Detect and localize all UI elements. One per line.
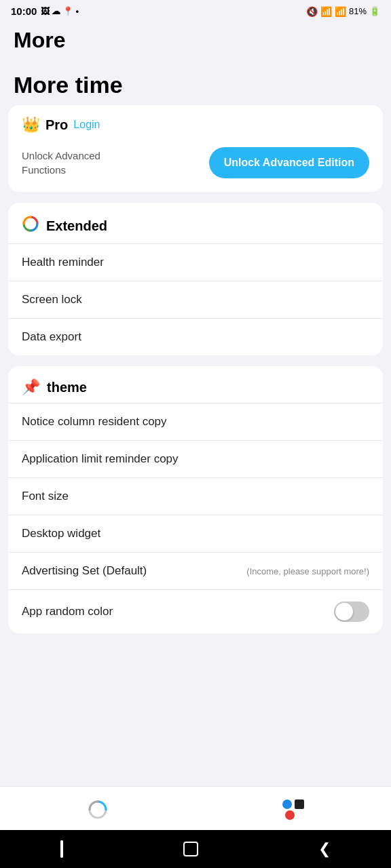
mute-icon: 🔇 bbox=[306, 6, 318, 17]
home-square-icon bbox=[183, 842, 198, 856]
pro-header: 👑 Pro Login bbox=[8, 105, 383, 142]
stats-nav-icon[interactable] bbox=[83, 795, 113, 825]
desktop-widget-label: Desktop widget bbox=[22, 527, 100, 540]
extended-card: Extended Health reminder Screen lock Dat… bbox=[8, 203, 383, 355]
unlock-advanced-button[interactable]: Unlock Advanced Edition bbox=[209, 147, 369, 178]
data-export-label: Data export bbox=[22, 330, 81, 344]
nav-recent-button[interactable] bbox=[60, 840, 63, 858]
screen-lock-item[interactable]: Screen lock bbox=[8, 281, 383, 318]
font-size-label: Font size bbox=[22, 490, 69, 503]
font-size-item[interactable]: Font size bbox=[8, 477, 383, 515]
back-chevron-icon: ❮ bbox=[318, 840, 331, 857]
nav-back-button[interactable]: ❮ bbox=[318, 840, 331, 858]
theme-icon: 📌 bbox=[22, 378, 40, 396]
theme-section-label: 📌 theme bbox=[8, 366, 383, 403]
status-bar: 10:00 🖼☁📍• 🔇 📶 📶 81% 🔋 bbox=[0, 0, 391, 20]
crown-icon: 👑 bbox=[22, 116, 40, 134]
extended-icon bbox=[22, 215, 39, 237]
screen-lock-label: Screen lock bbox=[22, 293, 82, 307]
status-icons-left: 🖼☁📍• bbox=[41, 6, 79, 16]
dots-nav-icon[interactable] bbox=[278, 795, 308, 825]
login-link[interactable]: Login bbox=[73, 119, 100, 131]
more-time-header: More time bbox=[0, 58, 391, 105]
pro-body: Unlock Advanced Functions Unlock Advance… bbox=[8, 142, 383, 192]
app-random-color-toggle[interactable] bbox=[334, 601, 369, 622]
extended-title: Extended bbox=[46, 218, 107, 234]
android-nav-bar: ❮ bbox=[0, 830, 391, 868]
nav-home-button[interactable] bbox=[183, 842, 198, 856]
health-reminder-item[interactable]: Health reminder bbox=[8, 243, 383, 281]
status-right: 🔇 📶 📶 81% 🔋 bbox=[306, 6, 380, 17]
advertising-set-item[interactable]: Advertising Set (Default) (Income, pleas… bbox=[8, 552, 383, 589]
advertising-set-label: Advertising Set (Default) bbox=[22, 564, 147, 578]
desktop-widget-item[interactable]: Desktop widget bbox=[8, 515, 383, 552]
main-scroll[interactable]: More time 👑 Pro Login Unlock Advanced Fu… bbox=[0, 58, 391, 868]
data-export-item[interactable]: Data export bbox=[8, 318, 383, 355]
app-limit-reminder-item[interactable]: Application limit reminder copy bbox=[8, 440, 383, 477]
status-time: 10:00 bbox=[11, 5, 37, 17]
battery-icon: 🔋 bbox=[369, 6, 380, 16]
extended-icon-svg bbox=[22, 215, 39, 233]
app-limit-reminder-label: Application limit reminder copy bbox=[22, 452, 179, 466]
page-title: More bbox=[14, 28, 377, 53]
top-bar: More bbox=[0, 20, 391, 58]
notice-column-label: Notice column resident copy bbox=[22, 415, 167, 429]
health-reminder-label: Health reminder bbox=[22, 256, 104, 269]
extended-section-label: Extended bbox=[8, 203, 383, 243]
battery-text: 81% bbox=[349, 6, 367, 16]
bottom-nav bbox=[0, 786, 391, 830]
signal-icon: 📶 bbox=[335, 6, 346, 17]
app-random-color-item[interactable]: App random color bbox=[8, 589, 383, 633]
pro-description: Unlock Advanced Functions bbox=[22, 149, 144, 177]
theme-title: theme bbox=[47, 380, 87, 395]
notice-column-item[interactable]: Notice column resident copy bbox=[8, 403, 383, 440]
wifi-icon: 📶 bbox=[320, 6, 332, 17]
toggle-knob bbox=[335, 603, 353, 620]
theme-card: 📌 theme Notice column resident copy Appl… bbox=[8, 366, 383, 633]
app-random-color-label: App random color bbox=[22, 605, 113, 618]
advertising-set-sub: (Income, please support more!) bbox=[246, 566, 369, 576]
status-left: 10:00 🖼☁📍• bbox=[11, 5, 79, 17]
pro-label: Pro bbox=[45, 117, 68, 133]
pro-card: 👑 Pro Login Unlock Advanced Functions Un… bbox=[8, 105, 383, 192]
